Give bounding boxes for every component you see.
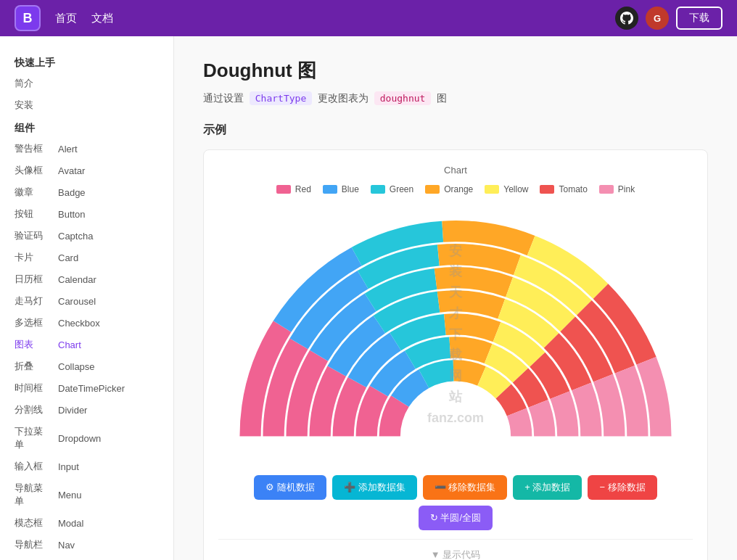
chart-title: Chart <box>444 165 467 176</box>
legend-color <box>371 185 385 194</box>
sidebar-item-checkbox[interactable]: 多选框Checkbox <box>0 312 173 334</box>
sidebar-item-card[interactable]: 卡片Card <box>0 247 173 268</box>
ctrl-btn-随机数据[interactable]: ⚙ 随机数据 <box>254 475 326 500</box>
desc-middle: 更改图表为 <box>318 92 368 104</box>
components-title: 组件 <box>0 116 173 138</box>
sidebar-item-chart[interactable]: 图表Chart <box>0 334 173 355</box>
quick-start-title: 快速上手 <box>0 51 173 73</box>
logo: B <box>15 5 41 31</box>
legend-color <box>485 185 499 194</box>
desc-prefix: 通过设置 <box>203 92 244 104</box>
sidebar-item-badge[interactable]: 徽章Badge <box>0 181 173 203</box>
doughnut-title: Doughnut 图 <box>203 58 708 83</box>
legend-item-yellow: Yellow <box>485 184 528 194</box>
sidebar-item-datetimepicker[interactable]: 时间框DateTimePicker <box>0 377 173 399</box>
ctrl-btn-移除数据集[interactable]: ➖ 移除数据集 <box>423 475 508 500</box>
nav-docs[interactable]: 文档 <box>91 12 113 25</box>
sidebar-item-avatar[interactable]: 头像框Avatar <box>0 160 173 181</box>
sidebar-item-divider[interactable]: 分割线Divider <box>0 399 173 421</box>
sidebar-item-calendar[interactable]: 日历框Calendar <box>0 268 173 290</box>
doughnut-desc: 通过设置 ChartType 更改图表为 doughnut 图 <box>203 92 708 105</box>
sidebar-item-pagination[interactable]: 分页Pagination <box>0 556 173 560</box>
ctrl-btn-添加数据集[interactable]: ➕ 添加数据集 <box>332 475 417 500</box>
sidebar-item-modal[interactable]: 模态框Modal <box>0 512 173 534</box>
ctrl-btn-移除数据[interactable]: − 移除数据 <box>588 475 656 500</box>
sidebar-item-collapse[interactable]: 折叠Collapse <box>0 355 173 377</box>
doughnut-section-label: 示例 <box>203 123 708 138</box>
legend-item-red: Red <box>276 184 311 194</box>
legend-color <box>540 185 554 194</box>
ctrl-btn-添加数据[interactable]: + 添加数据 <box>513 475 582 500</box>
download-button[interactable]: 下载 <box>676 7 722 30</box>
sidebar-item-nav[interactable]: 导航栏Nav <box>0 534 173 556</box>
github-icon[interactable] <box>615 7 638 30</box>
legend-item-green: Green <box>371 184 413 194</box>
legend-item-blue: Blue <box>323 184 359 194</box>
show-code-arrow: ▼ <box>431 549 440 560</box>
sidebar-item-captcha[interactable]: 验证码Captcha <box>0 225 173 247</box>
content: Doughnut 图 通过设置 ChartType 更改图表为 doughnut… <box>174 36 737 560</box>
sidebar-item-intro[interactable]: 简介 <box>0 73 173 94</box>
sidebar-item-dropdown[interactable]: 下拉菜单Dropdown <box>0 421 173 456</box>
sidebar: 快速上手 简介 安装 组件 警告框Alert头像框Avatar徽章Badge按钮… <box>0 36 174 560</box>
sidebar-item-carousel[interactable]: 走马灯Carousel <box>0 290 173 312</box>
legend-color <box>276 185 291 194</box>
chart-legend: RedBlueGreenOrangeYellowTomatoPink <box>276 184 635 194</box>
legend-item-pink: Pink <box>599 184 635 194</box>
main-layout: 快速上手 简介 安装 组件 警告框Alert头像框Avatar徽章Badge按钮… <box>0 36 737 560</box>
charttype-tag: ChartType <box>250 91 312 105</box>
legend-color <box>425 185 440 194</box>
legend-color <box>599 185 614 194</box>
header-right: G 下载 <box>615 7 722 30</box>
doughnut-tag: doughnut <box>374 91 432 105</box>
legend-item-orange: Orange <box>425 184 473 194</box>
doughnut-segment <box>449 337 492 363</box>
header: B 首页 文档 G 下载 <box>0 0 737 36</box>
ctrl-btn-半圆/全圆[interactable]: ↻ 半圆/全圆 <box>419 506 493 530</box>
chart-container: Chart RedBlueGreenOrangeYellowTomatoPink <box>218 165 693 530</box>
sidebar-item-install[interactable]: 安装 <box>0 94 173 116</box>
chart-wrap: 安装天才下载网站fanz.com <box>218 206 693 464</box>
sidebar-item-button[interactable]: 按钮Button <box>0 203 173 225</box>
nav-home[interactable]: 首页 <box>55 12 77 25</box>
sidebar-item-input[interactable]: 输入框Input <box>0 456 173 477</box>
show-code-label: 显示代码 <box>442 549 480 560</box>
sidebar-item-menu[interactable]: 导航菜单Menu <box>0 477 173 512</box>
legend-item-tomato: Tomato <box>540 184 587 194</box>
sidebar-item-alert[interactable]: 警告框Alert <box>0 138 173 160</box>
doughnut-demo-box: Chart RedBlueGreenOrangeYellowTomatoPink <box>203 149 708 560</box>
legend-color <box>323 185 337 194</box>
doughnut-svg <box>218 206 693 464</box>
chart-controls: ⚙ 随机数据➕ 添加数据集➖ 移除数据集+ 添加数据− 移除数据↻ 半圆/全圆 <box>218 475 693 530</box>
gitee-icon[interactable]: G <box>646 7 669 30</box>
desc-suffix: 图 <box>437 92 447 104</box>
show-code[interactable]: ▼ 显示代码 <box>218 539 693 560</box>
